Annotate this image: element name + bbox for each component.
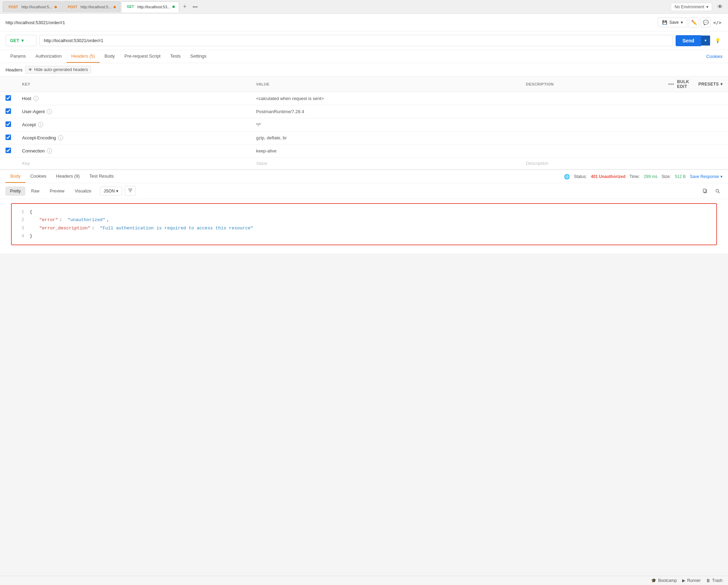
row5-info-icon[interactable]: i <box>47 148 52 153</box>
runner-button[interactable]: ▶ Runner <box>682 578 700 583</box>
method-value: GET <box>10 38 19 43</box>
url-input[interactable] <box>39 35 673 46</box>
env-label: No Environment <box>675 4 704 9</box>
bulk-edit-button[interactable]: Bulk Edit <box>677 79 696 89</box>
tab-headers[interactable]: Headers (5) <box>67 50 100 63</box>
save-button[interactable]: 💾 Save ▾ <box>658 18 687 27</box>
headers-toolbar: Headers 👁 Hide auto-generated headers <box>0 63 728 77</box>
table-more-icon[interactable]: ••• <box>668 81 674 87</box>
send-dropdown-button[interactable]: ▾ <box>701 36 710 46</box>
empty-value-placeholder: Value <box>256 161 267 166</box>
row4-info-icon[interactable]: i <box>58 135 63 140</box>
hide-auto-label: Hide auto-generated headers <box>34 67 88 72</box>
environment-dropdown[interactable]: No Environment ▾ <box>671 3 712 11</box>
tab3-url: http://localhost:53... <box>138 5 170 9</box>
response-tab-body[interactable]: Body <box>6 170 26 183</box>
tab1-method: POST <box>7 5 19 9</box>
format-visualize-button[interactable]: Visualize <box>70 187 96 196</box>
response-tab-test-results[interactable]: Test Results <box>84 170 119 183</box>
empty-desc-placeholder: Description <box>526 161 548 166</box>
format-type-dropdown[interactable]: JSON ▾ <box>100 187 122 196</box>
tab-prerequest[interactable]: Pre-request Script <box>120 50 165 63</box>
row1-info-icon[interactable]: i <box>33 96 39 101</box>
row3-info-icon[interactable]: i <box>38 122 43 127</box>
json-key-error: "error" <box>39 216 58 224</box>
json-val-error: "unauthorized" <box>68 216 105 224</box>
format-type-label: JSON <box>104 189 115 194</box>
tab1-url: http://localhost:5... <box>21 5 52 9</box>
save-response-button[interactable]: Save Response ▾ <box>690 174 722 179</box>
format-pretty-button[interactable]: Pretty <box>6 187 25 196</box>
size-prefix: Size: <box>661 174 671 179</box>
tab-3[interactable]: GET http://localhost:53... <box>121 1 179 12</box>
table-row: Accept i */* <box>0 118 728 131</box>
line-numbers: 1 2 3 4 <box>17 208 24 240</box>
lightbulb-icon[interactable]: 💡 <box>713 36 722 46</box>
tab3-method: GET <box>125 4 135 9</box>
row2-key: User-Agent i <box>22 109 245 114</box>
method-dropdown[interactable]: GET ▾ <box>6 35 37 46</box>
tab-authorization[interactable]: Authorization <box>31 50 67 63</box>
response-tabs-row: Body Cookies Headers (9) Test Results 🌐 … <box>0 170 728 183</box>
table-row: Host i <calculated when request is sent> <box>0 92 728 105</box>
runner-label: Runner <box>687 578 700 583</box>
headers-table: KEY VALUE DESCRIPTION ••• Bulk Edit Pres… <box>0 77 728 169</box>
row4-checkbox[interactable] <box>6 135 11 140</box>
status-code: 401 Unauthorized <box>591 174 625 179</box>
filter-icon-button[interactable] <box>125 186 136 196</box>
json-line-4: } <box>30 232 711 240</box>
bottom-bar: 🎓 Bootcamp ▶ Runner 🗑 Trash <box>0 576 728 585</box>
tab3-dot <box>172 6 175 8</box>
cookies-link[interactable]: Cookies <box>706 50 722 62</box>
save-response-label: Save Response <box>690 174 719 179</box>
tab-2[interactable]: POST http://localhost:5... <box>62 1 121 12</box>
row5-key: Connection i <box>22 148 245 153</box>
row2-info-icon[interactable]: i <box>47 109 52 114</box>
closing-brace: } <box>30 232 32 240</box>
format-chevron-icon: ▾ <box>116 189 118 194</box>
svg-rect-4 <box>703 189 706 192</box>
comment-button[interactable]: 💬 <box>700 17 711 28</box>
json-response-wrapper: 1 2 3 4 { "error" : "unauthorized" <box>0 199 728 254</box>
tab-settings[interactable]: Settings <box>185 50 211 63</box>
headers-section: Headers 👁 Hide auto-generated headers KE… <box>0 63 728 169</box>
presets-button[interactable]: Presets ▾ <box>698 82 722 87</box>
tab-tests[interactable]: Tests <box>165 50 185 63</box>
tab-params[interactable]: Params <box>6 50 31 63</box>
col-header-check <box>0 77 17 92</box>
json-colon-2: : <box>92 224 94 232</box>
request-bar: GET ▾ Send ▾ 💡 <box>0 31 728 50</box>
add-tab-button[interactable]: + <box>180 2 190 12</box>
row3-checkbox[interactable] <box>6 121 11 127</box>
send-button[interactable]: Send <box>676 35 701 46</box>
format-raw-button[interactable]: Raw <box>27 187 44 196</box>
bootcamp-button[interactable]: 🎓 Bootcamp <box>651 578 677 583</box>
trash-icon: 🗑 <box>706 578 710 583</box>
row1-key: Host i <box>22 96 245 101</box>
code-button[interactable]: </> <box>712 17 722 28</box>
tab-bar: POST http://localhost:5... POST http://l… <box>0 0 728 14</box>
tab-body[interactable]: Body <box>100 50 120 63</box>
row2-checkbox[interactable] <box>6 108 11 114</box>
json-content: 1 2 3 4 { "error" : "unauthorized" <box>17 208 711 240</box>
json-comma-1: , <box>107 216 109 224</box>
request-title: http://localhost:53021/order/r1 <box>6 20 655 25</box>
copy-button[interactable] <box>700 186 710 196</box>
tab-1[interactable]: POST http://localhost:5... <box>3 1 61 12</box>
row1-desc <box>520 92 663 105</box>
search-button[interactable] <box>713 186 722 196</box>
format-preview-button[interactable]: Preview <box>45 187 69 196</box>
eye-icon-button[interactable]: 👁 <box>715 2 725 12</box>
row1-checkbox[interactable] <box>6 95 11 101</box>
json-colon-1: : <box>60 216 62 224</box>
edit-button[interactable]: ✏️ <box>689 17 699 28</box>
more-tabs-button[interactable]: ••• <box>190 2 200 12</box>
hide-auto-headers-button[interactable]: 👁 Hide auto-generated headers <box>25 66 91 73</box>
response-tab-headers[interactable]: Headers (9) <box>51 170 85 183</box>
trash-button[interactable]: 🗑 Trash <box>706 578 722 583</box>
json-line-3: "error_description" : "Full authenticati… <box>30 224 711 232</box>
row5-checkbox[interactable] <box>6 148 11 153</box>
json-lines: { "error" : "unauthorized" , "error_desc… <box>30 208 711 240</box>
headers-label: Headers <box>6 67 22 72</box>
response-tab-cookies[interactable]: Cookies <box>26 170 51 183</box>
